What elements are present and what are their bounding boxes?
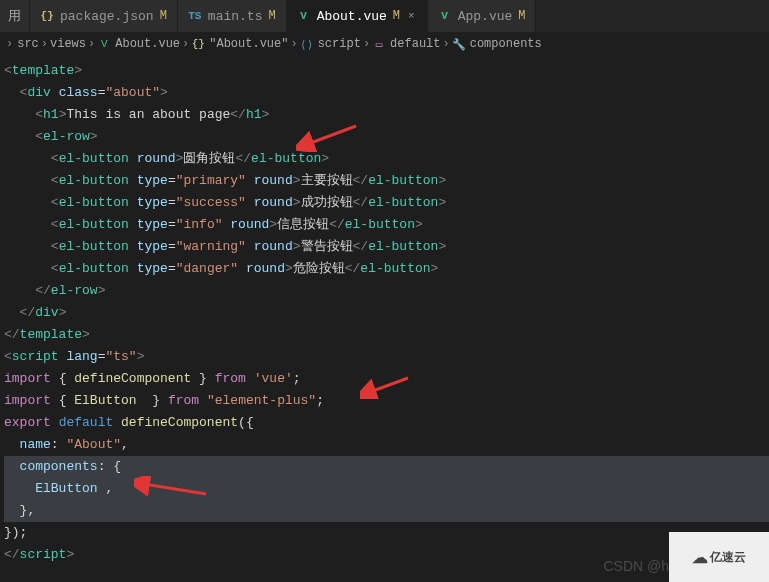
logo-text: 亿速云 xyxy=(710,549,746,566)
logo-overlay: ☁ 亿速云 xyxy=(669,532,769,582)
breadcrumb-item[interactable]: VAbout.vue xyxy=(97,37,180,51)
chevron-right-icon: › xyxy=(86,37,97,51)
breadcrumb-item[interactable]: ⟨⟩script xyxy=(300,37,361,51)
chevron-right-icon: › xyxy=(288,37,299,51)
breadcrumb-item[interactable]: views xyxy=(50,37,86,51)
cloud-icon: ☁ xyxy=(692,548,708,567)
tabs-container: {}package.jsonMTSmain.tsMVAbout.vueM×VAp… xyxy=(30,0,536,32)
code-line[interactable]: export default defineComponent({ xyxy=(4,412,769,434)
code-line[interactable]: <el-button type="warning" round>警告按钮</el… xyxy=(4,236,769,258)
file-icon: {} xyxy=(40,9,54,23)
code-line[interactable]: ElButton , xyxy=(4,478,769,500)
code-line[interactable]: <div class="about"> xyxy=(4,82,769,104)
breadcrumb-icon: {} xyxy=(191,37,205,51)
tab-label: About.vue xyxy=(317,9,387,24)
code-line[interactable]: components: { xyxy=(4,456,769,478)
modified-indicator: M xyxy=(393,9,400,23)
tab-label: main.ts xyxy=(208,9,263,24)
breadcrumb: › src›views›VAbout.vue›{}"About.vue"›⟨⟩s… xyxy=(0,32,769,56)
breadcrumb-items: src›views›VAbout.vue›{}"About.vue"›⟨⟩scr… xyxy=(17,37,542,51)
code-line[interactable]: import { ElButton } from "element-plus"; xyxy=(4,390,769,412)
code-line[interactable]: <el-button round>圆角按钮</el-button> xyxy=(4,148,769,170)
breadcrumb-item[interactable]: 🔧components xyxy=(452,37,542,51)
file-icon: TS xyxy=(188,9,202,23)
watermark-text: CSDN @h xyxy=(603,558,669,574)
chevron-right-icon: › xyxy=(180,37,191,51)
breadcrumb-icon: V xyxy=(97,37,111,51)
chevron-right-icon: › xyxy=(4,37,15,51)
close-icon[interactable]: × xyxy=(406,10,417,22)
code-line[interactable]: <el-button type="primary" round>主要按钮</el… xyxy=(4,170,769,192)
tab-label: App.vue xyxy=(458,9,513,24)
file-icon: V xyxy=(297,9,311,23)
breadcrumb-item[interactable]: ▭default xyxy=(372,37,440,51)
breadcrumb-label: "About.vue" xyxy=(209,37,288,51)
tab-About-vue[interactable]: VAbout.vueM× xyxy=(287,0,428,32)
breadcrumb-icon: 🔧 xyxy=(452,37,466,51)
breadcrumb-label: src xyxy=(17,37,39,51)
code-line[interactable]: <el-button type="info" round>信息按钮</el-bu… xyxy=(4,214,769,236)
code-line[interactable]: <el-button type="success" round>成功按钮</el… xyxy=(4,192,769,214)
code-line[interactable]: import { defineComponent } from 'vue'; xyxy=(4,368,769,390)
breadcrumb-item[interactable]: {}"About.vue" xyxy=(191,37,288,51)
code-line[interactable]: <el-button type="danger" round>危险按钮</el-… xyxy=(4,258,769,280)
modified-indicator: M xyxy=(518,9,525,23)
tab-label: package.json xyxy=(60,9,154,24)
code-line[interactable]: <el-row> xyxy=(4,126,769,148)
code-line[interactable]: <script lang="ts"> xyxy=(4,346,769,368)
breadcrumb-label: script xyxy=(318,37,361,51)
breadcrumb-label: About.vue xyxy=(115,37,180,51)
breadcrumb-label: default xyxy=(390,37,440,51)
tab-main-ts[interactable]: TSmain.tsM xyxy=(178,0,287,32)
code-line[interactable]: name: "About", xyxy=(4,434,769,456)
chevron-right-icon: › xyxy=(39,37,50,51)
breadcrumb-label: views xyxy=(50,37,86,51)
chevron-right-icon: › xyxy=(361,37,372,51)
tab-App-vue[interactable]: VApp.vueM xyxy=(428,0,537,32)
code-line[interactable]: <h1>This is an about page</h1> xyxy=(4,104,769,126)
tab-package-json[interactable]: {}package.jsonM xyxy=(30,0,178,32)
breadcrumb-icon: ▭ xyxy=(372,37,386,51)
code-line[interactable]: }, xyxy=(4,500,769,522)
truncated-tab[interactable]: 用 xyxy=(0,0,30,32)
code-line[interactable]: <template> xyxy=(4,60,769,82)
file-icon: V xyxy=(438,9,452,23)
chevron-right-icon: › xyxy=(441,37,452,51)
breadcrumb-icon: ⟨⟩ xyxy=(300,37,314,51)
code-line[interactable]: }); xyxy=(4,522,769,544)
code-line[interactable]: </template> xyxy=(4,324,769,346)
code-line[interactable]: </el-row> xyxy=(4,280,769,302)
breadcrumb-label: components xyxy=(470,37,542,51)
code-line[interactable]: </div> xyxy=(4,302,769,324)
modified-indicator: M xyxy=(160,9,167,23)
breadcrumb-item[interactable]: src xyxy=(17,37,39,51)
editor[interactable]: <template> <div class="about"> <h1>This … xyxy=(0,56,769,566)
modified-indicator: M xyxy=(268,9,275,23)
tab-bar: 用 {}package.jsonMTSmain.tsMVAbout.vueM×V… xyxy=(0,0,769,32)
